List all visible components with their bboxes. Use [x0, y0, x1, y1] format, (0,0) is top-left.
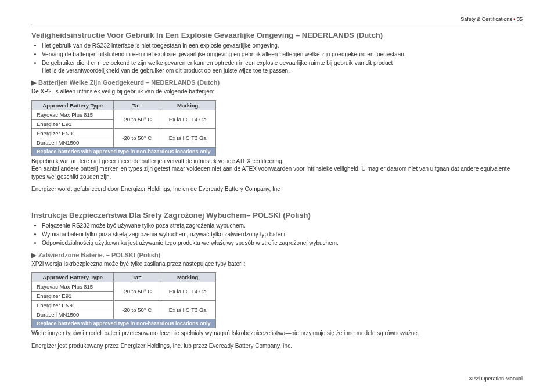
col-header: Approved Battery Type — [32, 100, 114, 110]
list-item: Het gebruik van de RS232 interface is ni… — [42, 42, 523, 49]
triangle-right-icon: ▶ — [31, 251, 36, 258]
triangle-right-icon: ▶ — [31, 79, 36, 86]
list-item: Połączenie RS232 może być używane tylko … — [42, 222, 523, 229]
dutch-sub-intro: De XP2i is alleen intrinsiek veilig bij … — [31, 88, 523, 96]
top-divider — [31, 26, 523, 26]
table-header-row: Approved Battery Type Ta= Marking — [32, 273, 216, 282]
dutch-para: Energizer wordt gefabriceerd door Energi… — [31, 185, 523, 193]
table-header-row: Approved Battery Type Ta= Marking — [32, 100, 216, 110]
page-header-meta: Safety & Certifications • 35 — [31, 16, 523, 22]
dutch-para: Bij gebruik van andere niet gecertificee… — [31, 157, 523, 181]
col-header: Marking — [160, 273, 215, 282]
polish-sub-heading: ▶Zatwierdzone Baterie. – POLSKI (Polish) — [31, 251, 523, 259]
polish-section-title: Instrukcja Bezpieczeństwa Dla Srefy Zagr… — [31, 211, 523, 220]
polish-para: Energizer jest produkowany przez Energiz… — [31, 342, 523, 350]
replace-note-row: Replace batteries with approved type in … — [32, 147, 216, 156]
list-item: Vervang de batterijen uitsluitend in een… — [42, 51, 523, 58]
list-item: Odpowiedzialnością użytkownika jest używ… — [42, 239, 523, 247]
table-row: Energizer EN91 -20 to 50° C Ex ia IIC T3… — [32, 301, 216, 310]
polish-sub-intro: XP2i wersja Iskrbezpieczna może być tylk… — [31, 260, 523, 268]
col-header: Ta= — [114, 100, 160, 110]
polish-battery-table: Approved Battery Type Ta= Marking Rayova… — [31, 272, 216, 328]
dutch-sub-heading: ▶Batterijen Welke Zijn Goedgekeurd – NED… — [31, 79, 523, 87]
table-row: Rayovac Max Plus 815 -20 to 50° C Ex ia … — [32, 110, 216, 119]
dutch-battery-table: Approved Battery Type Ta= Marking Rayova… — [31, 100, 216, 156]
col-header: Ta= — [114, 273, 160, 282]
col-header: Marking — [160, 100, 215, 110]
polish-para: Wiele innych typów i modeli baterii prze… — [31, 329, 523, 337]
table-row: Rayovac Max Plus 815 -20 to 50° C Ex ia … — [32, 282, 216, 292]
bullet-separator: • — [513, 16, 515, 22]
list-item: De gebruiker dient er mee bekend te zijn… — [42, 59, 523, 74]
dutch-section-title: Veiligheidsinstructie Voor Gebruik In Ee… — [31, 31, 523, 39]
col-header: Approved Battery Type — [32, 273, 114, 282]
section-label: Safety & Certifications — [461, 16, 512, 22]
list-item: Wymiana baterii tylko poza strefą zagroż… — [42, 231, 523, 238]
table-row: Energizer EN91 -20 to 50° C Ex ia IIC T3… — [32, 128, 216, 138]
polish-bullet-list: Połączenie RS232 może być używane tylko … — [31, 222, 523, 247]
replace-note-row: Replace batteries with approved type in … — [32, 319, 216, 328]
page-footer: XP2i Operation Manual — [469, 376, 523, 382]
dutch-bullet-list: Het gebruik van de RS232 interface is ni… — [31, 42, 523, 74]
page-number: 35 — [517, 16, 523, 22]
